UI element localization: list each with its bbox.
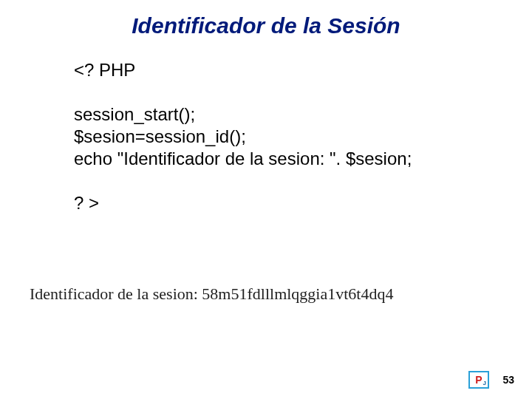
- code-close-tag: ? >: [74, 193, 99, 213]
- output-text: Identificador de la sesion: 58m51fdlllml…: [30, 284, 393, 304]
- code-open-tag: <? PHP: [74, 60, 135, 80]
- logo-accent: J: [483, 380, 486, 386]
- code-line-2: $sesion=session_id();: [74, 126, 246, 146]
- slide-title: Identificador de la Sesión: [0, 13, 532, 38]
- code-line-3: echo "Identificador de la sesion: ". $se…: [74, 149, 412, 168]
- slide: Identificador de la Sesión <? PHP sessio…: [0, 0, 532, 399]
- page-number: 53: [502, 374, 514, 386]
- php-code-block: <? PHP session_start(); $sesion=session_…: [74, 59, 412, 214]
- footer-logo: P J: [468, 371, 489, 389]
- logo-letter: P: [475, 375, 482, 385]
- code-line-1: session_start();: [74, 104, 195, 124]
